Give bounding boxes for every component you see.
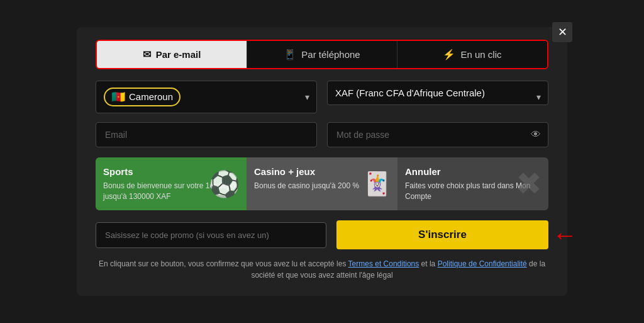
bonus-cards-row: Sports Bonus de bienvenue sur votre 1er … <box>96 157 548 211</box>
tab-phone-label: Par téléphone <box>301 49 360 60</box>
eye-icon[interactable]: 👁 <box>531 129 541 140</box>
currency-select[interactable]: XAF (Franc CFA d'Afrique Centrale) ▾ <box>327 81 548 105</box>
tab-email-label: Par e-mail <box>156 49 201 60</box>
tab-phone[interactable]: 📱 Par téléphone <box>247 41 397 68</box>
tab-email[interactable]: ✉ Par e-mail <box>97 41 247 68</box>
lightning-icon: ⚡ <box>443 48 455 60</box>
tab-oneclick-label: En un clic <box>460 49 501 60</box>
email-wrapper <box>96 122 317 147</box>
country-highlight: 🇨🇲 Cameroun <box>104 88 180 106</box>
registration-modal: ✕ ✉ Par e-mail 📱 Par téléphone ⚡ En un c… <box>77 27 567 297</box>
phone-icon: 📱 <box>284 48 296 60</box>
country-select-wrapper: 🇨🇲 Cameroun ▾ <box>96 81 317 113</box>
registration-tabs: ✉ Par e-mail 📱 Par téléphone ⚡ En un cli… <box>96 40 548 69</box>
cards-icon: 🃏 <box>363 171 391 197</box>
register-btn-wrapper: S'inscrire ← <box>336 220 548 249</box>
soccer-ball-icon: ⚽ <box>209 169 240 199</box>
selects-row: 🇨🇲 Cameroun ▾ XAF (Franc CFA d'Afrique C… <box>96 81 548 113</box>
bonus-card-sports[interactable]: Sports Bonus de bienvenue sur votre 1er … <box>96 157 247 211</box>
credentials-row: 👁 <box>96 122 548 147</box>
password-input[interactable] <box>327 122 548 147</box>
password-wrapper: 👁 <box>327 122 548 147</box>
currency-value: XAF (Franc CFA d'Afrique Centrale) <box>335 88 485 98</box>
tab-oneclick[interactable]: ⚡ En un clic <box>397 41 547 68</box>
action-row: S'inscrire ← <box>96 220 548 249</box>
legal-text: En cliquant sur ce bouton, vous confirme… <box>96 258 548 281</box>
country-chevron-icon: ▾ <box>305 92 309 102</box>
bonus-card-annuler[interactable]: Annuler Faites votre choix plus tard dan… <box>397 157 548 211</box>
arrow-right-icon: ← <box>552 221 577 249</box>
cameroon-flag-icon: 🇨🇲 <box>111 90 125 104</box>
country-select[interactable]: 🇨🇲 Cameroun ▾ <box>96 81 317 113</box>
email-input[interactable] <box>96 122 317 147</box>
x-icon: ✖ <box>516 166 542 202</box>
currency-select-wrapper: XAF (Franc CFA d'Afrique Centrale) ▾ <box>327 81 548 113</box>
currency-chevron-icon: ▾ <box>536 92 541 102</box>
terms-link[interactable]: Termes et Conditions <box>348 259 419 268</box>
legal-middle: et la <box>419 259 437 268</box>
legal-prefix: En cliquant sur ce bouton, vous confirme… <box>99 259 348 268</box>
register-button[interactable]: S'inscrire <box>336 220 548 249</box>
bonus-card-casino[interactable]: Casino + jeux Bonus de casino jusqu'à 20… <box>247 157 397 211</box>
close-button[interactable]: ✕ <box>552 22 572 42</box>
privacy-link[interactable]: Politique de Confidentialité <box>438 259 527 268</box>
country-value: Cameroun <box>129 91 173 102</box>
email-icon: ✉ <box>143 48 151 60</box>
promo-code-input[interactable] <box>96 222 326 248</box>
